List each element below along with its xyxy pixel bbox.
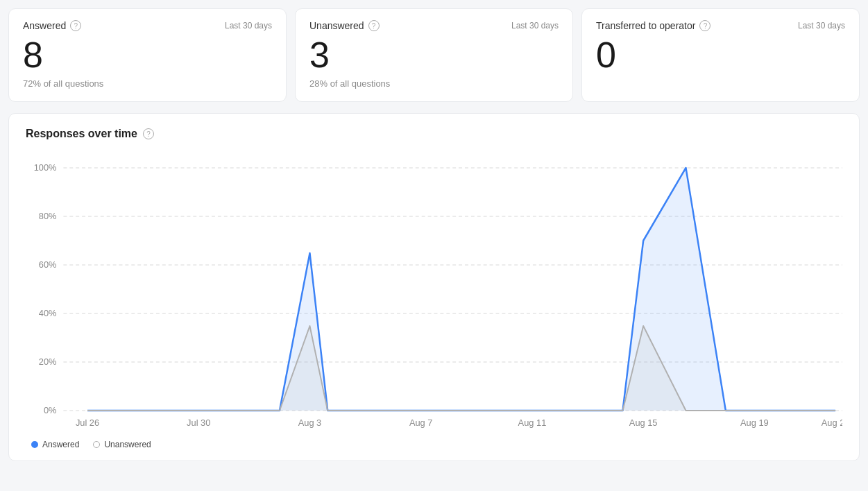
- answered-title: Answered: [23, 20, 66, 31]
- chart-legend: Answered Unanswered: [26, 440, 842, 449]
- unanswered-help-icon[interactable]: ?: [368, 20, 380, 31]
- unanswered-sub: 28% of all questions: [309, 78, 559, 89]
- svg-text:Aug 15: Aug 15: [629, 417, 658, 428]
- legend-answered-label: Answered: [42, 440, 79, 449]
- legend-answered-dot: [31, 441, 38, 448]
- chart-svg: 100% 80% 60% 40% 20% 0% Jul 26 Jul 30 Au…: [26, 154, 842, 431]
- unanswered-card: Unanswered ? Last 30 days 3 28% of all q…: [295, 8, 573, 102]
- answered-help-icon[interactable]: ?: [70, 20, 81, 31]
- legend-unanswered-label: Unanswered: [104, 440, 151, 449]
- chart-help-icon[interactable]: ?: [143, 128, 154, 139]
- svg-text:100%: 100%: [34, 162, 57, 173]
- svg-text:20%: 20%: [39, 356, 57, 367]
- legend-unanswered-dot: [93, 441, 100, 448]
- svg-text:Aug 23: Aug 23: [822, 417, 842, 428]
- svg-text:80%: 80%: [39, 211, 57, 221]
- unanswered-title-group: Unanswered ?: [309, 20, 380, 31]
- answered-header: Answered ? Last 30 days: [23, 20, 272, 31]
- transferred-title-group: Transferred to operator ?: [596, 20, 710, 31]
- svg-text:0%: 0%: [44, 405, 57, 415]
- legend-answered: Answered: [31, 440, 79, 449]
- svg-text:60%: 60%: [39, 259, 57, 270]
- svg-text:Jul 26: Jul 26: [76, 417, 99, 428]
- svg-marker-20: [87, 168, 835, 411]
- svg-text:Aug 3: Aug 3: [298, 417, 322, 428]
- legend-unanswered: Unanswered: [93, 440, 151, 449]
- answered-card: Answered ? Last 30 days 8 72% of all que…: [8, 8, 287, 102]
- unanswered-value: 3: [309, 37, 559, 73]
- transferred-value: 0: [596, 37, 845, 73]
- svg-text:Jul 30: Jul 30: [187, 417, 210, 428]
- chart-container: 100% 80% 60% 40% 20% 0% Jul 26 Jul 30 Au…: [26, 154, 842, 431]
- svg-text:Aug 7: Aug 7: [409, 417, 433, 428]
- svg-text:Aug 11: Aug 11: [518, 417, 547, 428]
- unanswered-period: Last 30 days: [511, 21, 559, 31]
- answered-period: Last 30 days: [225, 21, 272, 31]
- svg-text:40%: 40%: [39, 308, 57, 318]
- transferred-title: Transferred to operator: [596, 20, 695, 31]
- stats-row: Answered ? Last 30 days 8 72% of all que…: [8, 8, 860, 102]
- chart-card: Responses over time ? 100% 80% 60% 40% 2…: [8, 113, 860, 461]
- answered-sub: 72% of all questions: [23, 78, 272, 89]
- unanswered-header: Unanswered ? Last 30 days: [309, 20, 559, 31]
- svg-text:Aug 19: Aug 19: [740, 417, 769, 428]
- answered-title-group: Answered ?: [23, 20, 81, 31]
- transferred-header: Transferred to operator ? Last 30 days: [596, 20, 845, 31]
- chart-title: Responses over time: [26, 128, 137, 140]
- answered-value: 8: [23, 37, 272, 73]
- transferred-period: Last 30 days: [798, 21, 845, 31]
- transferred-help-icon[interactable]: ?: [699, 20, 710, 31]
- unanswered-title: Unanswered: [309, 20, 364, 31]
- transferred-card: Transferred to operator ? Last 30 days 0: [581, 8, 860, 102]
- chart-header: Responses over time ?: [26, 128, 842, 140]
